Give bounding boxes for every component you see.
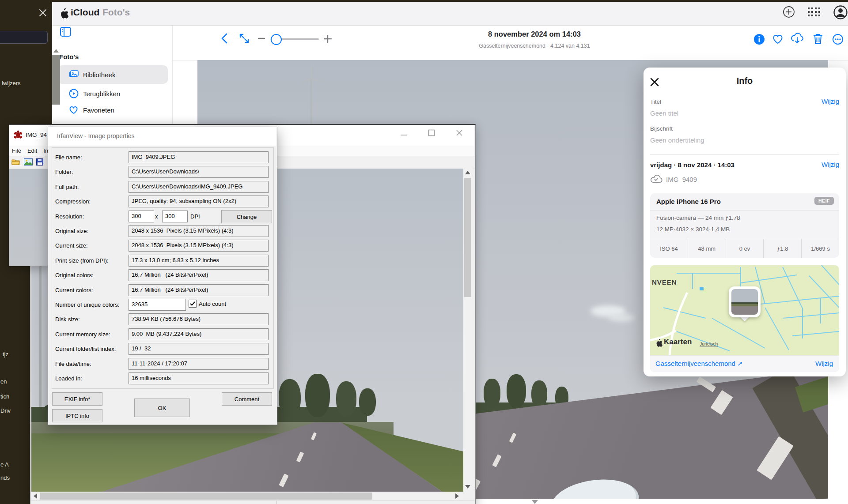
auto-count-label: Auto count (199, 301, 226, 307)
sidebar-item-label[interactable]: Favorieten (83, 106, 114, 114)
zoom-in-icon[interactable] (324, 35, 332, 43)
resolution-x-input[interactable]: 300 (129, 211, 154, 222)
download-icon[interactable] (791, 33, 804, 45)
sidebar-toggle-icon[interactable] (60, 27, 71, 37)
edit-location-link[interactable]: Wijzig (815, 360, 833, 367)
open-folder-icon[interactable] (11, 158, 20, 165)
bookmark-fragment[interactable]: Driv (0, 407, 11, 414)
minimize-icon[interactable] (400, 131, 408, 139)
bookmark-fragment[interactable]: tich (0, 393, 9, 400)
edit-date-link[interactable]: Wijzig (822, 161, 839, 168)
library-icon (69, 70, 79, 79)
apps-grid-icon[interactable] (807, 7, 821, 18)
iptc-info-button[interactable]: IPTC info (52, 409, 102, 422)
caption-label: Bijschrift (650, 125, 673, 132)
brand-icloud: iCloud (71, 7, 99, 18)
exif-focal: 48 mm (688, 239, 726, 258)
edit-title-link[interactable]: Wijzig (822, 98, 839, 105)
field-value-fullpath[interactable]: C:\Users\User\Downloads\IMG_9409.JPEG (129, 181, 269, 193)
title-label: Titel (650, 98, 661, 105)
field-value-folder[interactable]: C:\Users\User\Downloads\ (129, 166, 269, 178)
menu-edit[interactable]: Edit (27, 147, 37, 154)
save-icon[interactable] (36, 158, 43, 165)
scroll-left-arrow[interactable] (34, 493, 37, 499)
sidebar-item-label[interactable]: Terugblikken (83, 90, 120, 98)
bookmark-fragment[interactable]: en (0, 378, 7, 385)
maximize-icon[interactable] (428, 129, 435, 137)
brand-fotos: Foto's (102, 7, 130, 18)
field-value-memory-size[interactable]: 9.00 MB (9.437.224 Bytes) (129, 328, 269, 340)
comment-button[interactable]: Comment (222, 392, 272, 406)
vscroll-thumb[interactable] (464, 178, 471, 297)
favorite-heart-icon[interactable] (772, 34, 784, 45)
status-bar (30, 500, 474, 504)
zoom-slider-knob[interactable] (271, 34, 282, 45)
fullscreen-icon[interactable] (238, 33, 250, 44)
scroll-right-arrow[interactable] (455, 493, 459, 499)
field-value-current-size[interactable]: 2048 x 1536 Pixels (3.15 MPixels) (4:3) (129, 240, 269, 252)
exif-shutter: 1/669 s (801, 239, 839, 258)
scroll-up-arrow[interactable] (465, 171, 470, 174)
title-value[interactable]: Geen titel (650, 109, 678, 117)
image-properties-dialog: IrfanView - Image properties File name: … (48, 127, 277, 425)
info-icon[interactable] (753, 34, 765, 45)
map-place-label: NVEEN (652, 278, 677, 286)
bookmark-fragment[interactable]: tjz (3, 351, 8, 357)
format-badge: HEIF (814, 197, 834, 205)
maps-legal-link[interactable]: Juridisch (700, 341, 718, 346)
scrollbar-up-arrow[interactable] (53, 49, 59, 53)
map-footer: Gasselternijveenschemond ↗ Wijzig (650, 355, 839, 372)
zoom-out-icon[interactable] (258, 37, 265, 40)
field-label: Current size: (55, 242, 88, 249)
field-value-compression[interactable]: JPEG, quality: 94, subsampling ON (2x2) (129, 196, 269, 207)
field-label: Current colors: (55, 287, 93, 293)
exif-iso: ISO 64 (650, 239, 688, 258)
location-link[interactable]: Gasselternijveenschemond ↗ (655, 360, 743, 368)
scroll-down-indicator[interactable] (532, 500, 538, 504)
field-value-file-datetime[interactable]: 11-11-2024 / 17:20:07 (129, 358, 269, 370)
toolbar[interactable] (9, 156, 50, 169)
bookmark-fragment[interactable]: nds (0, 474, 10, 481)
bookmarks-search-input[interactable] (0, 31, 48, 44)
dialog-titlebar[interactable]: IrfanView - Image properties (48, 127, 276, 146)
filename: IMG_9409 (666, 176, 697, 183)
camera-model: Apple iPhone 16 Pro (656, 198, 721, 205)
field-value-original-size[interactable]: 2048 x 1536 Pixels (3.15 MPixels) (4:3) (129, 225, 269, 237)
ok-button[interactable]: OK (134, 399, 190, 417)
panel-close-icon[interactable] (39, 9, 47, 17)
close-window-icon[interactable] (455, 129, 463, 137)
field-value-current-colors[interactable]: 16,7 Million (24 BitsPerPixel) (129, 284, 269, 296)
resolution-y-input[interactable]: 300 (162, 211, 188, 222)
field-value-disk-size[interactable]: 738.94 KB (756.676 Bytes) (129, 313, 269, 325)
map-card[interactable]: NVEEN Kaarten Juridisch Gasselternijveen… (650, 265, 839, 372)
field-value-original-colors[interactable]: 16,7 Million (24 BitsPerPixel) (129, 269, 269, 281)
caption-value[interactable]: Geen ondertiteling (650, 136, 704, 144)
field-value-loaded-in[interactable]: 16 milliseconds (129, 372, 269, 384)
menu-bar[interactable]: File Edit Image (9, 146, 50, 156)
favorites-heart-icon (69, 105, 79, 114)
map-photo-marker[interactable] (729, 286, 761, 319)
trash-icon[interactable] (813, 33, 823, 45)
menu-file[interactable]: File (12, 147, 21, 154)
bookmark-fragment[interactable]: e A (0, 461, 9, 468)
auto-count-checkbox[interactable] (189, 300, 197, 308)
back-icon[interactable] (220, 33, 230, 44)
field-label: Print size (from DPI): (55, 257, 109, 264)
thumbnails-icon[interactable] (24, 158, 33, 165)
field-value-folder-index[interactable]: 19 / 32 (129, 343, 269, 355)
hscroll-thumb[interactable] (40, 493, 372, 500)
field-value-filename[interactable]: IMG_9409.JPEG (129, 151, 269, 163)
unique-colors-input[interactable]: 32635 (129, 299, 186, 311)
more-icon[interactable] (832, 34, 844, 45)
exif-info-button[interactable]: EXIF info* (52, 392, 102, 406)
divider (650, 154, 839, 155)
add-icon[interactable] (783, 6, 795, 18)
account-avatar[interactable] (833, 5, 848, 20)
scroll-down-arrow[interactable] (465, 485, 470, 489)
field-value-print-size[interactable]: 17.3 x 13.0 cm; 6.83 x 5.12 inches (129, 255, 269, 267)
change-button[interactable]: Change (221, 210, 272, 223)
exif-ev: 0 ev (726, 239, 764, 258)
scrollbar-thumb[interactable] (52, 55, 60, 105)
bookmark-fragment[interactable]: lwijzers (2, 80, 21, 87)
apple-maps-logo-icon (655, 339, 662, 347)
